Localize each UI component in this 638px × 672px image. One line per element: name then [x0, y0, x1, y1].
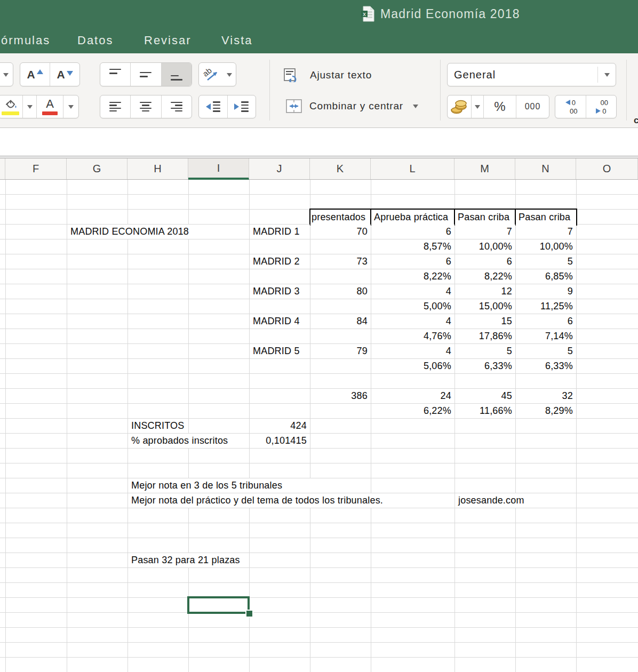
decrease-decimal-button[interactable]: 00 0	[586, 95, 617, 118]
sheet-grid[interactable]: presentadosAprueba prácticaPasan cribaPa…	[0, 180, 638, 672]
tab-formulas[interactable]: órmulas	[1, 34, 50, 47]
fill-color-dropdown[interactable]	[23, 95, 37, 118]
sheet-cell-M-2[interactable]: Pasan criba	[454, 209, 516, 226]
sheet-cell-M-3[interactable]: 7	[455, 225, 515, 239]
sheet-cell-N-11[interactable]: 5	[516, 344, 576, 358]
column-header-L[interactable]: L	[371, 158, 454, 179]
increase-decimal-button[interactable]: 0 00	[555, 95, 586, 118]
align-bottom-button[interactable]	[162, 63, 192, 86]
sheet-cell-H-20[interactable]: Mejor nota en 3 de los 5 tribunales	[128, 478, 371, 493]
sheet-cell-M-5[interactable]: 6	[455, 254, 515, 269]
align-right-button[interactable]	[162, 95, 192, 118]
sheet-cell-N-8[interactable]: 11,25%	[516, 299, 576, 314]
sheet-cell-M-7[interactable]: 12	[455, 284, 515, 299]
align-center-button[interactable]	[131, 95, 161, 118]
sheet-cell-N-2[interactable]: Pasan criba	[515, 209, 577, 226]
column-header-H[interactable]: H	[127, 158, 188, 179]
wrap-text-button[interactable]: Ajustar texto	[284, 68, 372, 82]
sheet-cell-H-16[interactable]: INSCRITOS	[128, 419, 188, 433]
number-format-select[interactable]: General	[447, 63, 616, 86]
tab-revisar[interactable]: Revisar	[144, 34, 192, 47]
sheet-cell-M-15[interactable]: 11,66%	[455, 404, 515, 418]
currency-format-button[interactable]	[448, 95, 472, 118]
tab-datos[interactable]: Datos	[77, 34, 113, 47]
sheet-cell-L-14[interactable]: 24	[371, 389, 454, 403]
sheet-cell-N-7[interactable]: 9	[516, 284, 576, 299]
column-header-J[interactable]: J	[249, 158, 310, 179]
sheet-cell-L-7[interactable]: 4	[371, 284, 454, 299]
sheet-cell-K-14[interactable]: 386	[310, 389, 371, 403]
column-header-partial[interactable]	[0, 158, 5, 179]
column-header-M[interactable]: M	[454, 158, 515, 179]
sheet-cell-M-12[interactable]: 6,33%	[455, 359, 515, 373]
sheet-cell-L-10[interactable]: 4,76%	[371, 329, 454, 343]
text-orientation-button[interactable]: ab	[198, 62, 236, 86]
sheet-cell-J-17[interactable]: 0,101415	[250, 434, 310, 448]
sheet-cell-H-17[interactable]: % aprobados inscritos	[128, 434, 249, 448]
sheet-cell-M-21[interactable]: josesande.com	[455, 493, 576, 508]
sheet-cell-M-14[interactable]: 45	[455, 389, 515, 403]
sheet-cell-K-2[interactable]: presentados	[309, 209, 372, 226]
align-left-button[interactable]	[100, 95, 131, 118]
decrease-indent-button[interactable]	[199, 95, 228, 118]
sheet-cell-J-5[interactable]: MADRID 2	[250, 254, 310, 269]
sheet-cell-N-14[interactable]: 32	[516, 389, 576, 403]
sheet-cell-K-7[interactable]: 80	[310, 284, 371, 299]
increase-font-size-button[interactable]: A	[20, 63, 50, 86]
selection-box[interactable]	[187, 596, 250, 614]
column-header-G[interactable]: G	[67, 158, 127, 179]
font-color-dropdown[interactable]	[63, 95, 78, 118]
font-size-dropdown-partial[interactable]	[0, 62, 13, 86]
sheet-cell-L-2[interactable]: Aprueba práctica	[370, 209, 456, 226]
increase-indent-button[interactable]	[228, 95, 256, 118]
column-header-I[interactable]: I	[188, 158, 249, 180]
align-top-button[interactable]	[100, 63, 131, 86]
sheet-cell-K-11[interactable]: 79	[310, 344, 371, 358]
sheet-cell-L-5[interactable]: 6	[371, 254, 454, 269]
currency-format-dropdown[interactable]	[472, 95, 484, 118]
sheet-cell-L-6[interactable]: 8,22%	[371, 269, 454, 284]
merge-center-button[interactable]: Combinar y centrar	[286, 99, 418, 113]
tab-vista[interactable]: Vista	[221, 34, 253, 47]
sheet-cell-G-3[interactable]: MADRID ECONOMIA 2018	[67, 225, 249, 239]
sheet-cell-J-9[interactable]: MADRID 4	[250, 314, 310, 329]
align-middle-button[interactable]	[131, 63, 161, 86]
sheet-cell-H-25[interactable]: Pasan 32 para 21 plazas	[128, 553, 249, 567]
sheet-cell-L-3[interactable]: 6	[371, 225, 454, 239]
sheet-cell-M-6[interactable]: 8,22%	[455, 269, 515, 284]
sheet-cell-M-4[interactable]: 10,00%	[455, 239, 515, 254]
sheet-cell-K-3[interactable]: 70	[310, 225, 371, 239]
sheet-cell-L-8[interactable]: 5,00%	[371, 299, 454, 314]
sheet-cell-K-5[interactable]: 73	[310, 254, 371, 269]
sheet-cell-N-4[interactable]: 10,00%	[516, 239, 576, 254]
sheet-cell-N-5[interactable]: 5	[516, 254, 576, 269]
sheet-cell-K-9[interactable]: 84	[310, 314, 371, 329]
comma-style-button[interactable]: 000	[516, 95, 549, 118]
sheet-cell-M-11[interactable]: 5	[455, 344, 515, 358]
sheet-cell-N-10[interactable]: 7,14%	[516, 329, 576, 343]
sheet-cell-N-9[interactable]: 6	[516, 314, 576, 329]
sheet-cell-M-8[interactable]: 15,00%	[455, 299, 515, 314]
sheet-cell-M-10[interactable]: 17,86%	[455, 329, 515, 343]
sheet-cell-M-9[interactable]: 15	[455, 314, 515, 329]
sheet-cell-N-15[interactable]: 8,29%	[516, 404, 576, 418]
sheet-cell-J-7[interactable]: MADRID 3	[250, 284, 310, 299]
sheet-cell-N-12[interactable]: 6,33%	[516, 359, 576, 373]
sheet-cell-J-16[interactable]: 424	[250, 419, 310, 433]
column-header-N[interactable]: N	[515, 158, 576, 179]
sheet-cell-L-12[interactable]: 5,06%	[371, 359, 454, 373]
sheet-cell-J-3[interactable]: MADRID 1	[250, 225, 310, 239]
sheet-cell-N-6[interactable]: 6,85%	[516, 269, 576, 284]
column-header-O[interactable]: O	[576, 158, 638, 179]
sheet-cell-L-4[interactable]: 8,57%	[371, 239, 454, 254]
decrease-font-size-button[interactable]: A	[50, 63, 79, 86]
percent-style-button[interactable]: %	[484, 95, 516, 118]
sheet-cell-L-9[interactable]: 4	[371, 314, 454, 329]
fill-color-button[interactable]	[0, 95, 23, 118]
sheet-cell-L-15[interactable]: 6,22%	[371, 404, 454, 418]
font-color-button[interactable]: A	[37, 95, 63, 118]
sheet-cell-L-11[interactable]: 4	[371, 344, 454, 358]
column-header-K[interactable]: K	[310, 158, 371, 179]
sheet-cell-H-21[interactable]: Mejor nota del práctico y del tema de to…	[128, 493, 454, 508]
column-header-F[interactable]: F	[5, 158, 67, 179]
